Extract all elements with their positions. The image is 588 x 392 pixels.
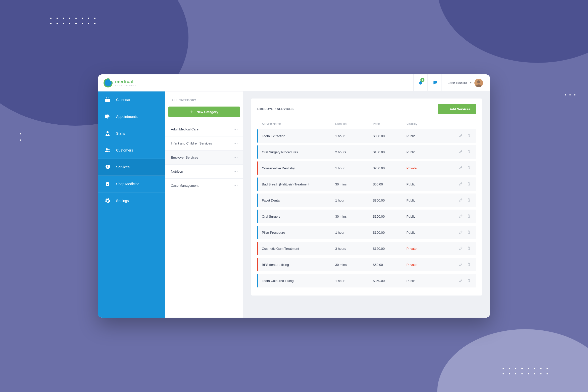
cell-visibility: Public <box>406 150 440 154</box>
table-row[interactable]: Tooth Coloured Fixing1 hour$350.00Public <box>257 274 476 287</box>
user-menu[interactable]: Jane Howard ▼ <box>442 74 483 91</box>
messages-button[interactable] <box>427 74 442 91</box>
edit-icon[interactable] <box>459 182 463 186</box>
cell-price: $150.00 <box>373 215 406 218</box>
table-row[interactable]: Tooth Extraction1 hour$350.00Public <box>257 129 476 143</box>
table-row[interactable]: Oral Surgery Procedures2 hours$150.00Pub… <box>257 145 476 159</box>
more-icon[interactable] <box>234 143 237 144</box>
sidebar-item-customers[interactable]: Customers <box>98 142 165 159</box>
cell-name: Facet Dental <box>262 199 335 202</box>
cell-visibility: Private <box>406 263 440 267</box>
cell-visibility: Public <box>406 231 440 234</box>
category-label: Case Management <box>171 184 199 187</box>
users-icon <box>105 147 111 153</box>
cell-duration: 30 mins <box>335 182 373 186</box>
svg-point-15 <box>107 131 109 133</box>
table-row[interactable]: Cosmetic Gum Treatment3 hours$120.00Priv… <box>257 242 476 255</box>
cell-visibility: Public <box>406 279 440 283</box>
cell-duration: 2 hours <box>335 150 373 154</box>
cell-visibility: Public <box>406 134 440 138</box>
edit-icon[interactable] <box>459 134 463 138</box>
sidebar-item-shop-medicine[interactable]: Shop Medicine <box>98 176 165 192</box>
table-row[interactable]: BPS denture fixing30 mins$50.00Private <box>257 258 476 271</box>
sidebar-item-appointments[interactable]: Appointments <box>98 108 165 125</box>
cell-price: $200.00 <box>373 166 406 170</box>
notifications-button[interactable]: 3 <box>413 74 427 91</box>
edit-icon[interactable] <box>459 230 463 235</box>
cell-name: Tooth Coloured Fixing <box>262 279 335 283</box>
cell-price: $50.00 <box>373 263 406 267</box>
cell-name: Oral Surgery <box>262 215 335 218</box>
cell-price: $350.00 <box>373 199 406 202</box>
edit-icon[interactable] <box>459 150 463 154</box>
category-item[interactable]: Case Management <box>165 178 243 192</box>
svg-rect-8 <box>106 101 107 101</box>
edit-icon[interactable] <box>459 278 463 283</box>
category-panel: ALL CATEGORY New Category Adult Medical … <box>165 91 243 318</box>
delete-icon[interactable] <box>467 182 471 186</box>
edit-icon[interactable] <box>459 262 463 267</box>
cell-name: Tooth Extraction <box>262 134 335 138</box>
delete-icon[interactable] <box>467 230 471 235</box>
category-label: Infant and Children Services <box>171 141 212 145</box>
delete-icon[interactable] <box>467 262 471 267</box>
cell-price: $120.00 <box>373 247 406 251</box>
svg-rect-4 <box>109 97 109 99</box>
add-services-button[interactable]: Add Services <box>438 104 476 114</box>
table-row[interactable]: Pillar Procedure1 hour$100.00Public <box>257 226 476 239</box>
table-row[interactable]: Bad Breath (Halitosis) Treatment30 mins$… <box>257 177 476 191</box>
more-icon[interactable] <box>234 129 237 130</box>
svg-rect-5 <box>106 100 107 100</box>
cell-name: BPS denture fixing <box>262 263 335 267</box>
category-item[interactable]: Infant and Children Services <box>165 136 243 150</box>
col-name: Service Name <box>262 122 335 126</box>
cell-visibility: Private <box>406 166 440 170</box>
more-icon[interactable] <box>234 171 237 172</box>
edit-icon[interactable] <box>459 214 463 219</box>
cell-name: Oral Surgery Procedures <box>262 150 335 154</box>
more-icon[interactable] <box>234 185 237 186</box>
cell-price: $100.00 <box>373 231 406 234</box>
delete-icon[interactable] <box>467 246 471 251</box>
main-content: EMPLOYER SERVICES Add Services Service N… <box>243 91 490 318</box>
edit-icon[interactable] <box>459 198 463 203</box>
cell-name: Pillar Procedure <box>262 231 335 234</box>
edit-icon[interactable] <box>459 246 463 251</box>
delete-icon[interactable] <box>467 198 471 203</box>
cell-duration: 1 hour <box>335 199 373 202</box>
delete-icon[interactable] <box>467 214 471 219</box>
new-category-button[interactable]: New Category <box>168 107 240 117</box>
delete-icon[interactable] <box>467 166 471 170</box>
cell-duration: 3 hours <box>335 247 373 251</box>
add-services-label: Add Services <box>450 107 470 111</box>
category-item[interactable]: Nutrition <box>165 164 243 178</box>
sidebar-item-services[interactable]: Services <box>98 159 165 176</box>
plus-icon <box>190 110 193 114</box>
cell-duration: 1 hour <box>335 279 373 283</box>
sidebar-item-settings[interactable]: Settings <box>98 192 165 209</box>
sidebar-item-calendar[interactable]: Calendar <box>98 91 165 108</box>
category-label: Adult Medical Care <box>171 127 199 131</box>
table-row[interactable]: Conservative Dentistry1 hour$200.00Priva… <box>257 161 476 175</box>
category-item[interactable]: Employer Services <box>165 150 243 164</box>
table-row[interactable]: Facet Dental1 hour$350.00Public <box>257 193 476 207</box>
gear-icon <box>105 198 111 204</box>
svg-rect-23 <box>107 184 108 185</box>
delete-icon[interactable] <box>467 134 471 138</box>
delete-icon[interactable] <box>467 150 471 154</box>
sidebar-item-label: Services <box>116 165 130 169</box>
cell-name: Bad Breath (Halitosis) Treatment <box>262 182 335 186</box>
category-item[interactable]: Adult Medical Care <box>165 122 243 136</box>
more-icon[interactable] <box>234 157 237 158</box>
edit-icon[interactable] <box>459 166 463 170</box>
svg-rect-11 <box>106 114 106 115</box>
new-category-label: New Category <box>197 110 218 114</box>
cell-duration: 30 mins <box>335 263 373 267</box>
app-body: CalendarAppointmentsStaffsCustomersServi… <box>98 91 490 318</box>
delete-icon[interactable] <box>467 278 471 283</box>
logo[interactable]: medical PREMIUM CARE <box>104 78 137 87</box>
sidebar-item-staffs[interactable]: Staffs <box>98 125 165 142</box>
svg-rect-17 <box>107 134 108 135</box>
table-row[interactable]: Oral Surgery30 mins$150.00Public <box>257 210 476 223</box>
svg-point-0 <box>477 80 480 83</box>
